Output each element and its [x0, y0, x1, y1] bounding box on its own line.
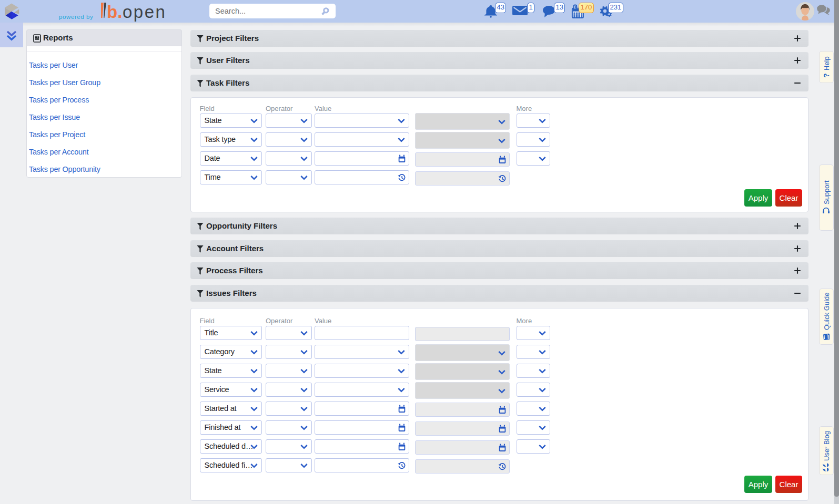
- svg-text:b.: b.: [107, 2, 122, 22]
- svg-text:open: open: [123, 2, 166, 22]
